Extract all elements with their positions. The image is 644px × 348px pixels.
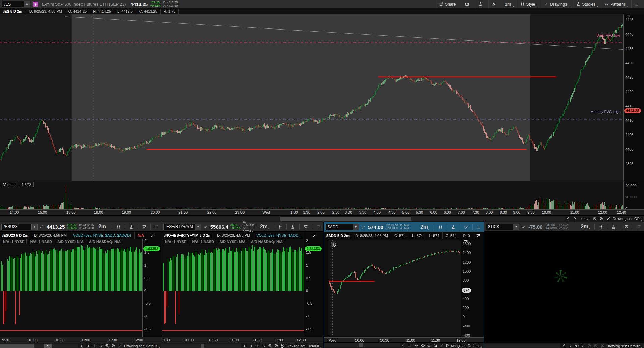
candle-style-icon[interactable]	[116, 225, 121, 229]
patterns-icon[interactable]	[624, 225, 629, 229]
draw-line-icon[interactable]	[440, 343, 444, 348]
study-label[interactable]: VOLD (yes, NYSE, $ADD,...	[253, 232, 306, 239]
scroll-left-icon[interactable]	[79, 344, 84, 348]
style-button[interactable]: Style	[517, 0, 538, 8]
drawing-set-selector[interactable]: Drawing set: Default	[606, 344, 642, 348]
zoom-out-icon[interactable]	[274, 344, 279, 348]
fit-width-icon[interactable]	[579, 217, 584, 221]
panel-time-axis[interactable]: 9:3010:0010:3011:0011:3012:0012:30	[162, 337, 323, 343]
dollar-scale-icon[interactable]: $	[281, 344, 284, 348]
scrollbar-thumb[interactable]	[0, 344, 34, 348]
scrollbar-thumb[interactable]	[280, 217, 411, 221]
warning-icon[interactable]: !	[331, 242, 336, 247]
symbol-dropdown-button[interactable]: ▼	[513, 224, 519, 230]
candle-style-icon[interactable]	[599, 225, 603, 229]
scroll-right-icon[interactable]	[568, 344, 573, 348]
symbol-input[interactable]: 'ES+/RTY+/YM ▼	[163, 224, 201, 230]
symbol-dropdown-button[interactable]: ▼	[24, 1, 30, 7]
restore-panel-button[interactable]	[44, 344, 52, 348]
price-axis[interactable]: 4445444044354430442544204415441044054400…	[623, 14, 644, 181]
timeframe-button[interactable]: 2m	[418, 223, 430, 231]
axis-scale-icon[interactable]	[148, 232, 162, 239]
link-icon[interactable]	[361, 225, 365, 229]
add-canvas[interactable]	[329, 240, 461, 335]
drawing-set-selector[interactable]: Drawing set: Default	[446, 344, 482, 348]
panel-time-axis[interactable]: 9:3010:0010:3011:0011:3012:00	[0, 337, 162, 343]
timeframe-button[interactable]: 2m	[502, 0, 514, 8]
flask-icon[interactable]	[451, 225, 455, 229]
menu-icon[interactable]	[637, 225, 641, 229]
crosshair-icon[interactable]	[99, 344, 103, 348]
scroll-right-icon[interactable]	[408, 343, 412, 348]
draw-line-icon[interactable]	[606, 217, 610, 221]
drawings-button[interactable]: Drawings	[541, 0, 570, 8]
crosshair-icon[interactable]	[421, 343, 425, 348]
study-label[interactable]: VOLD (yes, NYSE, $ADD, $ADQD)	[70, 232, 135, 239]
patterns-button[interactable]: Patterns	[601, 0, 629, 8]
onsite-news-button[interactable]	[462, 0, 472, 8]
symbol-input[interactable]: /ES ▼	[2, 1, 30, 7]
symbol-input[interactable]: $TICK ▼	[486, 224, 519, 230]
draw-line-icon[interactable]	[118, 344, 122, 348]
crosshair-icon[interactable]	[262, 344, 266, 348]
timeframe-button[interactable]: 2m	[96, 223, 108, 230]
zoom-in-icon[interactable]	[268, 344, 272, 348]
link-icon[interactable]	[203, 225, 208, 229]
chart-settings-button[interactable]	[488, 0, 499, 8]
link-icon[interactable]	[521, 225, 526, 229]
scroll-left-icon[interactable]	[566, 217, 570, 221]
zoom-in-icon[interactable]	[105, 344, 109, 348]
zoom-out-icon[interactable]	[433, 343, 438, 348]
scroll-left-icon[interactable]	[401, 343, 406, 348]
drawing-set-selector[interactable]: Drawing set: OP	[613, 217, 642, 221]
patterns-icon[interactable]	[304, 225, 308, 229]
drawing-set-selector[interactable]: Drawing set: Default	[286, 344, 321, 348]
scroll-left-icon[interactable]	[243, 344, 247, 348]
crosshair-icon[interactable]	[586, 217, 590, 221]
fit-width-icon[interactable]	[575, 344, 579, 348]
drawing-set-selector[interactable]: Drawing set: Default	[124, 344, 160, 348]
flask-icon[interactable]	[611, 225, 616, 229]
candle-style-icon[interactable]	[278, 225, 282, 229]
menu-icon[interactable]	[477, 225, 481, 229]
scroll-left-icon[interactable]	[562, 344, 566, 348]
candle-style-icon[interactable]	[438, 225, 443, 229]
symbol-input[interactable]: $ADD ▼	[325, 224, 359, 230]
scroll-right-icon[interactable]	[249, 344, 253, 348]
scrollbar-thumb[interactable]	[359, 343, 363, 347]
scroll-right-icon[interactable]	[86, 344, 90, 348]
menu-icon[interactable]	[316, 225, 321, 229]
axis-scale-icon[interactable]	[310, 232, 323, 239]
symbol-dropdown-button[interactable]: ▼	[31, 224, 37, 230]
vold-canvas[interactable]	[0, 239, 143, 337]
flask-icon[interactable]	[291, 225, 295, 229]
patterns-icon[interactable]	[142, 225, 146, 229]
zoom-in-icon[interactable]	[593, 217, 597, 221]
share-button[interactable]: Share	[436, 0, 459, 8]
crosshair-icon[interactable]	[581, 344, 585, 348]
zoom-out-icon[interactable]	[111, 344, 116, 348]
zoom-in-icon[interactable]	[427, 343, 431, 348]
scrollbar-thumb[interactable]	[201, 344, 204, 348]
fit-width-icon[interactable]	[255, 344, 260, 348]
flask-icon[interactable]	[129, 225, 133, 229]
main-time-axis[interactable]: 14:0015:0016:0018:0019:0020:0021:0022:00…	[0, 209, 644, 215]
menu-icon[interactable]	[155, 225, 159, 229]
quick-study-button[interactable]	[475, 0, 486, 8]
fit-width-icon[interactable]	[92, 344, 97, 348]
price-chart-canvas[interactable]	[0, 14, 623, 181]
zoom-out-icon[interactable]	[599, 217, 604, 221]
scroll-right-icon[interactable]	[573, 217, 577, 221]
patterns-icon[interactable]	[464, 225, 468, 229]
symbol-dropdown-button[interactable]: ▼	[353, 224, 359, 230]
symbol-input[interactable]: /ESU23 ▼	[1, 224, 38, 230]
vold-canvas[interactable]	[162, 239, 304, 337]
timeframe-button[interactable]: 2m	[579, 223, 590, 230]
fit-width-icon[interactable]	[414, 343, 419, 348]
symbol-dropdown-button[interactable]: ▼	[195, 224, 201, 230]
hand-pan-icon[interactable]	[600, 344, 604, 348]
timeframe-button[interactable]: 2m	[258, 223, 270, 230]
chart-menu-button[interactable]	[631, 0, 642, 8]
linked-group-badge[interactable]: 9	[33, 2, 38, 7]
studies-button[interactable]: Studies	[573, 0, 598, 8]
